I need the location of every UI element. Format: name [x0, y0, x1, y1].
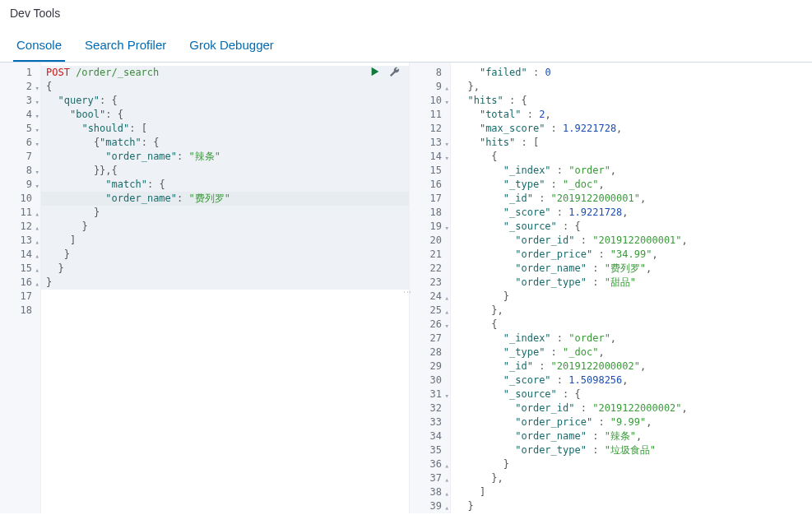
tab-search-profiler[interactable]: Search Profiler: [81, 31, 169, 62]
request-editor[interactable]: POST /order/_search{ "query": { "bool": …: [41, 63, 409, 513]
tab-console[interactable]: Console: [13, 31, 65, 62]
response-viewer: "failed" : 0 }, "hits" : { "total" : 2, …: [451, 63, 812, 513]
run-icon[interactable]: [369, 66, 381, 80]
request-pane: 123456789101112131415161718 POST /order/…: [0, 63, 410, 513]
tabs-bar: ConsoleSearch ProfilerGrok Debugger: [0, 23, 812, 63]
response-pane: 8910111213141516171819202122232425262728…: [410, 63, 812, 513]
request-actions: [369, 66, 401, 80]
split-panes: 123456789101112131415161718 POST /order/…: [0, 63, 812, 513]
response-gutter: 8910111213141516171819202122232425262728…: [410, 63, 451, 513]
app-title: Dev Tools: [10, 7, 60, 20]
app-header: Dev Tools: [0, 0, 812, 23]
request-gutter: 123456789101112131415161718: [0, 63, 41, 513]
wrench-icon[interactable]: [389, 66, 401, 80]
tab-grok-debugger[interactable]: Grok Debugger: [186, 31, 277, 62]
